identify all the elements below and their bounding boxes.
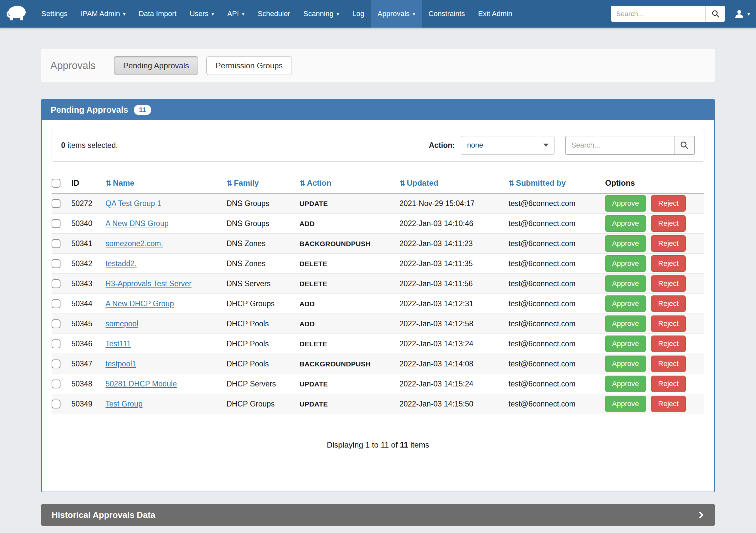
reject-button[interactable]: Reject <box>651 275 685 292</box>
table-toolbar: 0 items selected. Action: none <box>52 129 704 162</box>
row-family: DHCP Pools <box>227 354 299 374</box>
table-row: 50343 R3-Approvals Test Server DNS Serve… <box>52 274 704 294</box>
user-menu[interactable]: ▾ <box>734 9 750 19</box>
reject-button[interactable]: Reject <box>651 396 685 412</box>
row-name-link[interactable]: R3-Approvals Test Server <box>105 279 192 288</box>
search-icon <box>711 10 720 18</box>
approve-button[interactable]: Approve <box>605 275 646 292</box>
approve-button[interactable]: Approve <box>605 396 646 412</box>
row-submitted-by: test@6connect.com <box>508 194 605 214</box>
row-id: 50342 <box>71 254 105 274</box>
table-search-input[interactable] <box>565 136 674 155</box>
approve-button[interactable]: Approve <box>605 215 646 232</box>
column-header-submitted-by[interactable]: ⇅Submitted by <box>508 173 605 194</box>
row-action: BACKGROUNDPUSH <box>299 240 371 248</box>
row-checkbox[interactable] <box>52 219 61 228</box>
row-name-link[interactable]: testadd2. <box>105 259 137 268</box>
reject-button[interactable]: Reject <box>651 356 685 372</box>
table-row: 50345 somepool DHCP Pools ADD 2022-Jan-0… <box>52 314 704 334</box>
approve-button[interactable]: Approve <box>605 235 646 252</box>
approve-button[interactable]: Approve <box>605 335 646 352</box>
navbar-right: ▾ <box>611 0 756 28</box>
nav-item-ipam-admin[interactable]: IPAM Admin ▾ <box>74 0 132 28</box>
row-id: 50346 <box>71 334 105 354</box>
navbar-search-input[interactable] <box>611 6 705 22</box>
table-row: 50346 Test111 DHCP Pools DELETE 2022-Jan… <box>52 334 704 354</box>
approve-button[interactable]: Approve <box>605 295 646 312</box>
row-name-link[interactable]: Test111 <box>105 339 131 348</box>
row-name-link[interactable]: QA Test Group 1 <box>105 199 161 208</box>
column-header-action[interactable]: ⇅Action <box>299 173 399 194</box>
row-updated: 2022-Jan-03 14:11:56 <box>399 274 508 294</box>
reject-button[interactable]: Reject <box>651 295 685 312</box>
column-header-updated[interactable]: ⇅Updated <box>399 173 508 194</box>
table-row: 50349 Test Group DHCP Groups UPDATE 2022… <box>52 394 704 414</box>
approve-button[interactable]: Approve <box>605 255 646 272</box>
nav-item-approvals[interactable]: Approvals ▾ <box>371 0 422 28</box>
table-search-button[interactable] <box>674 136 695 155</box>
logo[interactable] <box>0 0 35 28</box>
nav-item-scanning[interactable]: Scanning ▾ <box>297 0 346 28</box>
approvals-table-body: 50272 QA Test Group 1 DNS Groups UPDATE … <box>52 194 704 414</box>
row-checkbox[interactable] <box>52 279 61 288</box>
sort-icon: ⇅ <box>508 179 514 187</box>
nav-item-exit-admin[interactable]: Exit Admin <box>472 0 519 28</box>
approve-button[interactable]: Approve <box>605 315 646 332</box>
select-caret-icon <box>543 144 549 147</box>
logo-mammoth-icon <box>5 5 29 23</box>
table-row: 50344 A New DHCP Group DHCP Groups ADD 2… <box>52 294 704 314</box>
nav-item-api[interactable]: API ▾ <box>221 0 251 28</box>
nav-item-settings[interactable]: Settings <box>35 0 74 28</box>
navbar-search-button[interactable] <box>705 6 725 22</box>
row-checkbox[interactable] <box>52 199 61 208</box>
historical-approvals-bar[interactable]: Historical Approvals Data <box>41 504 715 526</box>
nav-item-users[interactable]: Users ▾ <box>183 0 221 28</box>
reject-button[interactable]: Reject <box>651 195 685 212</box>
row-checkbox[interactable] <box>52 360 61 368</box>
row-action: BACKGROUNDPUSH <box>299 360 371 368</box>
reject-button[interactable]: Reject <box>651 235 685 252</box>
page-header: Approvals Pending Approvals Permission G… <box>41 49 715 83</box>
page-title: Approvals <box>50 60 95 72</box>
row-checkbox[interactable] <box>52 239 61 248</box>
nav-item-constraints[interactable]: Constraints <box>422 0 472 28</box>
sort-icon: ⇅ <box>227 179 232 187</box>
row-checkbox[interactable] <box>52 380 61 388</box>
tab-permission-groups[interactable]: Permission Groups <box>206 56 292 75</box>
row-name-link[interactable]: 50281 DHCP Module <box>105 380 177 388</box>
reject-button[interactable]: Reject <box>651 215 685 232</box>
row-updated: 2022-Jan-03 14:11:35 <box>399 254 508 274</box>
column-header-name[interactable]: ⇅Name <box>105 173 227 194</box>
reject-button[interactable]: Reject <box>651 376 685 392</box>
approve-button[interactable]: Approve <box>605 195 646 212</box>
reject-button[interactable]: Reject <box>651 335 685 352</box>
nav-item-scheduler[interactable]: Scheduler <box>251 0 297 28</box>
column-header-family[interactable]: ⇅Family <box>227 173 299 194</box>
selected-suffix: items selected. <box>66 141 118 149</box>
approve-button[interactable]: Approve <box>605 376 646 392</box>
action-select[interactable]: none <box>461 136 555 155</box>
row-family: DNS Groups <box>227 214 299 234</box>
panel-body: 0 items selected. Action: none <box>42 120 714 492</box>
reject-button[interactable]: Reject <box>651 315 685 332</box>
row-name-link[interactable]: A New DHCP Group <box>105 299 174 308</box>
row-name-link[interactable]: testpool1 <box>105 360 136 368</box>
nav-item-data-import[interactable]: Data Import <box>132 0 183 28</box>
row-checkbox[interactable] <box>52 299 61 308</box>
approve-button[interactable]: Approve <box>605 356 646 372</box>
tab-pending-approvals[interactable]: Pending Approvals <box>114 56 198 75</box>
row-name-link[interactable]: somepool <box>105 319 138 328</box>
row-checkbox[interactable] <box>52 339 61 348</box>
row-name-link[interactable]: Test Group <box>105 400 143 408</box>
reject-button[interactable]: Reject <box>651 255 685 272</box>
row-checkbox[interactable] <box>52 319 61 328</box>
caret-down-icon: ▾ <box>211 11 214 17</box>
table-row: 50340 A New DNS Group DNS Groups ADD 202… <box>52 214 704 234</box>
row-checkbox[interactable] <box>52 259 61 268</box>
caret-down-icon: ▾ <box>242 11 245 17</box>
row-name-link[interactable]: somezone2.com. <box>105 239 163 248</box>
nav-item-log[interactable]: Log <box>346 0 371 28</box>
row-checkbox[interactable] <box>52 400 61 409</box>
select-all-checkbox[interactable] <box>52 179 61 188</box>
row-name-link[interactable]: A New DNS Group <box>105 219 169 228</box>
